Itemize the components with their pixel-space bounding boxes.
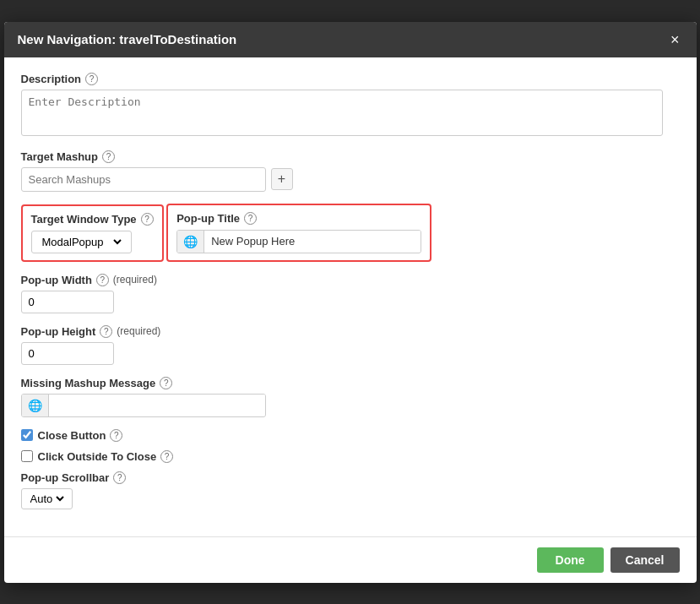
missing-mashup-group: Missing Mashup Message ? 🌐 [21, 377, 680, 417]
popup-height-help-icon[interactable]: ? [100, 325, 112, 338]
missing-mashup-label: Missing Mashup Message ? [21, 377, 680, 389]
target-mashup-help-icon[interactable]: ? [102, 150, 115, 163]
popup-title-globe-button[interactable]: 🌐 [177, 231, 204, 253]
popup-title-input-row: 🌐 [176, 230, 421, 253]
description-help-icon[interactable]: ? [85, 73, 98, 85]
target-mashup-group: Target Mashup ? + [21, 150, 680, 192]
modal-overlay[interactable]: New Navigation: travelToDestination × De… [0, 0, 700, 604]
close-button-checkbox-label[interactable]: Close Button ? [38, 429, 123, 442]
missing-mashup-input-row: 🌐 [21, 394, 266, 417]
click-outside-checkbox-label[interactable]: Click Outside To Close ? [38, 450, 174, 463]
popup-width-input[interactable] [21, 291, 114, 313]
missing-mashup-input[interactable] [49, 395, 265, 416]
popup-width-label: Pop-up Width ? (required) [21, 274, 680, 286]
popup-scrollbar-label: Pop-up Scrollbar ? [21, 471, 680, 484]
popup-height-label: Pop-up Height ? (required) [21, 325, 680, 338]
popup-title-help-icon[interactable]: ? [244, 212, 257, 225]
missing-mashup-help-icon[interactable]: ? [160, 377, 172, 389]
popup-width-help-icon[interactable]: ? [96, 274, 109, 286]
modal-header: New Navigation: travelToDestination × [4, 22, 697, 57]
popup-scrollbar-help-icon[interactable]: ? [113, 471, 126, 484]
target-window-type-select[interactable]: ModalPopup NewWindow SameWindow Popup [39, 235, 124, 249]
click-outside-help-icon[interactable]: ? [160, 450, 173, 463]
popup-height-input[interactable] [21, 342, 114, 365]
target-window-type-select-wrapper[interactable]: ModalPopup NewWindow SameWindow Popup [31, 231, 132, 253]
popup-scrollbar-group: Pop-up Scrollbar ? Auto Yes No [21, 471, 680, 509]
close-button-help-icon[interactable]: ? [110, 429, 122, 442]
close-button-checkbox[interactable] [21, 429, 33, 441]
cancel-button[interactable]: Cancel [610, 547, 680, 573]
popup-scrollbar-select[interactable]: Auto Yes No [27, 492, 67, 506]
popup-title-label: Pop-up Title ? [176, 212, 421, 225]
missing-mashup-globe-button[interactable]: 🌐 [22, 395, 49, 416]
target-window-type-help-icon[interactable]: ? [141, 213, 154, 226]
click-outside-row: Click Outside To Close ? [21, 450, 680, 463]
popup-height-group: Pop-up Height ? (required) [21, 325, 680, 365]
description-input[interactable] [21, 90, 663, 136]
modal-footer: Done Cancel [4, 536, 697, 583]
description-group: Description ? [21, 73, 680, 139]
done-button[interactable]: Done [537, 547, 604, 573]
search-mashup-row: + [21, 167, 680, 192]
popup-width-group: Pop-up Width ? (required) [21, 274, 680, 313]
click-outside-checkbox[interactable] [21, 450, 33, 462]
popup-scrollbar-select-wrapper[interactable]: Auto Yes No [21, 488, 73, 509]
target-window-type-box: Target Window Type ? ModalPopup NewWindo… [21, 204, 164, 262]
modal-body: Description ? Target Mashup ? + [4, 57, 697, 536]
popup-title-input[interactable] [204, 231, 421, 252]
close-button[interactable]: × [667, 30, 683, 49]
popup-title-box: Pop-up Title ? 🌐 [166, 204, 431, 262]
close-button-row: Close Button ? [21, 429, 680, 442]
add-mashup-button[interactable]: + [271, 168, 293, 190]
description-label: Description ? [21, 73, 680, 85]
target-mashup-label: Target Mashup ? [21, 150, 680, 163]
target-window-type-label: Target Window Type ? [31, 213, 154, 226]
search-mashup-input[interactable] [21, 167, 266, 192]
modal-dialog: New Navigation: travelToDestination × De… [4, 22, 697, 583]
modal-title: New Navigation: travelToDestination [18, 32, 237, 46]
